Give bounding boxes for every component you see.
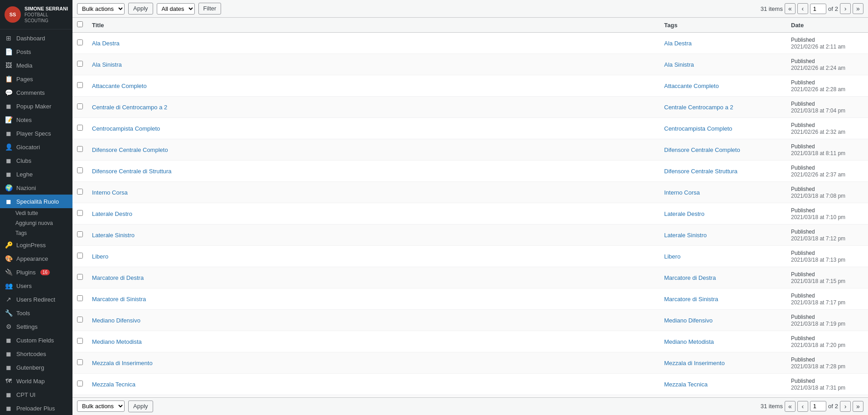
row-title-link[interactable]: Ala Sinistra — [92, 61, 122, 68]
sidebar-item-comments[interactable]: 💬 Comments — [0, 86, 72, 99]
sidebar-item-loginpress[interactable]: 🔑 LoginPress — [0, 238, 72, 252]
sidebar-item-player-specs[interactable]: ◼ Player Specs — [0, 127, 72, 140]
sidebar-item-gutenberg[interactable]: ◼ Gutenberg — [0, 361, 72, 374]
row-tag-link[interactable]: Mediano Difensivo — [664, 317, 713, 324]
row-checkbox-10[interactable] — [77, 253, 83, 259]
row-title-link[interactable]: Libero — [92, 253, 108, 260]
row-checkbox-5[interactable] — [77, 146, 83, 152]
title-column-header[interactable]: Title — [87, 18, 660, 33]
row-title-link[interactable]: Ala Destra — [92, 40, 120, 47]
sidebar-item-posts[interactable]: 📄 Posts — [0, 45, 72, 59]
row-checkbox-9[interactable] — [77, 231, 83, 237]
first-page-button-top[interactable]: « — [785, 3, 796, 14]
bulk-actions-select[interactable]: Bulk actions — [77, 3, 125, 15]
row-checkbox-16[interactable] — [77, 381, 83, 386]
sidebar-item-appearance[interactable]: 🎨 Appearance — [0, 252, 72, 265]
row-title-link[interactable]: Difensore Centrale di Struttura — [92, 168, 172, 175]
row-tag-link[interactable]: Laterale Destro — [664, 210, 704, 217]
row-tag-link[interactable]: Marcatore di Destra — [664, 274, 716, 281]
row-tag-link[interactable]: Mezzala Tecnica — [664, 381, 708, 388]
last-page-button-top[interactable]: » — [853, 3, 863, 14]
row-checkbox-0[interactable] — [77, 39, 83, 45]
sidebar-item-settings[interactable]: ⚙ Settings — [0, 320, 72, 333]
row-tag-link[interactable]: Centrocampista Completo — [664, 125, 732, 132]
current-page-input-top[interactable] — [810, 4, 826, 14]
row-checkbox-7[interactable] — [77, 189, 83, 195]
row-checkbox-8[interactable] — [77, 210, 83, 216]
sidebar-item-pages[interactable]: 📋 Pages — [0, 72, 72, 86]
prev-page-button-top[interactable]: ‹ — [797, 3, 808, 14]
row-tag-link[interactable]: Centrale Centrocampo a 2 — [664, 104, 733, 111]
row-title-link[interactable]: Interno Corsa — [92, 189, 128, 196]
apply-button-top[interactable]: Apply — [128, 3, 153, 15]
apply-button-bottom[interactable]: Apply — [128, 400, 153, 412]
row-tag-link[interactable]: Marcatore di Sinistra — [664, 296, 718, 303]
row-title-link[interactable]: Centrocampista Completo — [92, 125, 160, 132]
row-tag-link[interactable]: Attaccante Completo — [664, 83, 719, 89]
row-checkbox-14[interactable] — [77, 338, 83, 344]
row-title-link[interactable]: Difensore Centrale Completo — [92, 146, 168, 153]
row-tag-link[interactable]: Difensore Centrale Completo — [664, 146, 740, 153]
sidebar-item-popup-maker[interactable]: ◼ Popup Maker — [0, 99, 72, 113]
sidebar-item-custom-fields[interactable]: ◼ Custom Fields — [0, 333, 72, 347]
sidebar-item-preloader-plus[interactable]: ◼ Preloader Plus — [0, 401, 72, 415]
row-tag-link[interactable]: Interno Corsa — [664, 189, 700, 196]
sidebar-item-dashboard[interactable]: ⊞ Dashboard — [0, 31, 72, 45]
next-page-button-top[interactable]: › — [840, 3, 851, 14]
sidebar-item-leghe[interactable]: ◼ Leghe — [0, 167, 72, 181]
bulk-actions-select-bottom[interactable]: Bulk actions — [77, 400, 125, 412]
row-tag-link[interactable]: Laterale Sinistro — [664, 232, 707, 239]
row-title-link[interactable]: Laterale Destro — [92, 210, 132, 217]
row-tag-link[interactable]: Mediano Metodista — [664, 338, 714, 345]
sidebar-item-clubs[interactable]: ◼ Clubs — [0, 154, 72, 167]
row-title-link[interactable]: Mezzala di Inserimento — [92, 360, 153, 366]
next-page-button-bottom[interactable]: › — [840, 401, 851, 412]
sidebar-item-notes[interactable]: 📝 Notes — [0, 113, 72, 127]
row-checkbox-3[interactable] — [77, 103, 83, 109]
sidebar-item-users-redirect[interactable]: ↗ Users Redirect — [0, 293, 72, 306]
prev-page-button-bottom[interactable]: ‹ — [797, 401, 808, 412]
sidebar-item-plugins[interactable]: 🔌 Plugins 16 — [0, 265, 72, 279]
row-title-link[interactable]: Centrale di Centrocampo a 2 — [92, 104, 167, 111]
tags-column-header[interactable]: Tags — [660, 18, 786, 33]
first-page-button-bottom[interactable]: « — [785, 401, 796, 412]
sidebar-item-specialita-ruolo[interactable]: ◼ Specialità Ruolo — [0, 195, 72, 208]
select-all-checkbox[interactable] — [77, 21, 83, 27]
row-title-link[interactable]: Attaccante Completo — [92, 83, 147, 89]
row-checkbox-15[interactable] — [77, 359, 83, 365]
row-tag-link[interactable]: Mezzala di Inserimento — [664, 360, 725, 366]
row-checkbox-6[interactable] — [77, 167, 83, 173]
sidebar-item-giocatori[interactable]: 👤 Giocatori — [0, 140, 72, 154]
row-checkbox-4[interactable] — [77, 125, 83, 131]
row-title-link[interactable]: Mediano Metodista — [92, 338, 142, 345]
date-column-header[interactable]: Date — [786, 18, 868, 33]
last-page-button-bottom[interactable]: » — [853, 401, 863, 412]
sidebar-item-vedi-tutte[interactable]: Vedi tutte — [12, 208, 72, 218]
sidebar-item-users[interactable]: 👥 Users — [0, 279, 72, 293]
sidebar-item-world-map[interactable]: 🗺 World Map — [0, 374, 72, 388]
row-title-link[interactable]: Mezzala Tecnica — [92, 381, 135, 388]
row-title-link[interactable]: Mediano Difensivo — [92, 317, 140, 324]
sidebar-item-aggiungi-nuova[interactable]: Aggiungi nuova — [12, 218, 72, 228]
sidebar-item-tags[interactable]: Tags — [12, 228, 72, 238]
row-checkbox-2[interactable] — [77, 82, 83, 88]
row-title-link[interactable]: Laterale Sinistro — [92, 232, 135, 239]
row-tag-link[interactable]: Ala Sinistra — [664, 61, 694, 68]
date-filter-select[interactable]: All dates — [157, 3, 195, 15]
row-checkbox-1[interactable] — [77, 61, 83, 67]
sidebar-item-shortcodes[interactable]: ◼ Shortcodes — [0, 347, 72, 361]
sidebar-item-cpt-ui[interactable]: ◼ CPT UI — [0, 388, 72, 401]
row-title-link[interactable]: Marcatore di Sinistra — [92, 296, 146, 303]
row-tag-link[interactable]: Difensore Centrale Struttura — [664, 168, 738, 175]
filter-button[interactable]: Filter — [198, 3, 222, 15]
row-checkbox-12[interactable] — [77, 295, 83, 301]
sidebar-item-media[interactable]: 🖼 Media — [0, 59, 72, 72]
row-title-link[interactable]: Marcatore di Destra — [92, 274, 144, 281]
current-page-input-bottom[interactable] — [810, 401, 826, 411]
select-all-checkbox-header[interactable] — [72, 18, 87, 33]
sidebar-item-tools[interactable]: 🔧 Tools — [0, 306, 72, 320]
sidebar-item-nazioni[interactable]: 🌍 Nazioni — [0, 181, 72, 195]
row-checkbox-11[interactable] — [77, 274, 83, 280]
row-tag-link[interactable]: Ala Destra — [664, 40, 692, 47]
row-checkbox-13[interactable] — [77, 317, 83, 322]
